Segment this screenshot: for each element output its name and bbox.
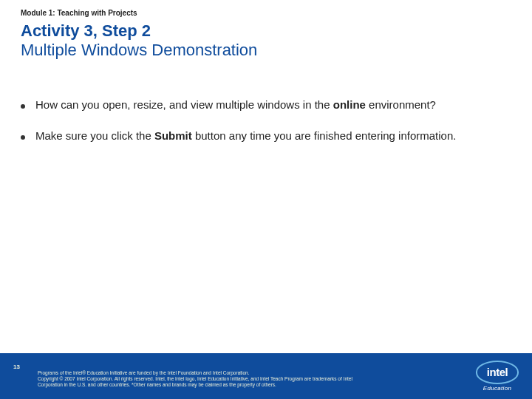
intel-education-text: Education: [483, 385, 511, 392]
legal-line: Programs of the Intel® Education Initiat…: [38, 370, 378, 376]
bullet-pre: Make sure you click the: [35, 129, 154, 142]
intel-logo-text: intel: [487, 366, 508, 378]
legal-line: Copyright © 2007 Intel Corporation. All …: [38, 376, 378, 388]
bullet-post: button any time you are finished enterin…: [192, 129, 457, 142]
bullet-text: Make sure you click the Submit button an…: [35, 129, 456, 143]
slide-footer: 13 Programs of the Intel® Education Init…: [0, 353, 532, 399]
bullet-item: How can you open, resize, and view multi…: [21, 98, 511, 112]
bullet-post: environment?: [369, 98, 436, 111]
slide-title: Activity 3, Step 2: [21, 21, 511, 41]
slide-header: Module 1: Teaching with Projects Activit…: [0, 0, 532, 61]
bullet-bold: online: [333, 98, 366, 111]
bullet-bold: Submit: [154, 129, 192, 142]
slide-number: 13: [13, 364, 20, 370]
intel-logo-oval: intel: [476, 361, 519, 384]
intel-logo: intel Education: [476, 361, 519, 392]
slide-content: How can you open, resize, and view multi…: [0, 98, 532, 144]
legal-text: Programs of the Intel® Education Initiat…: [38, 370, 378, 387]
slide-subtitle: Multiple Windows Demonstration: [21, 41, 511, 60]
bullet-text: How can you open, resize, and view multi…: [35, 98, 436, 112]
bullet-pre: How can you open, resize, and view multi…: [35, 98, 330, 111]
module-label: Module 1: Teaching with Projects: [21, 9, 511, 17]
bullet-icon: [21, 104, 25, 109]
bullet-icon: [21, 135, 25, 140]
bullet-item: Make sure you click the Submit button an…: [21, 129, 511, 143]
